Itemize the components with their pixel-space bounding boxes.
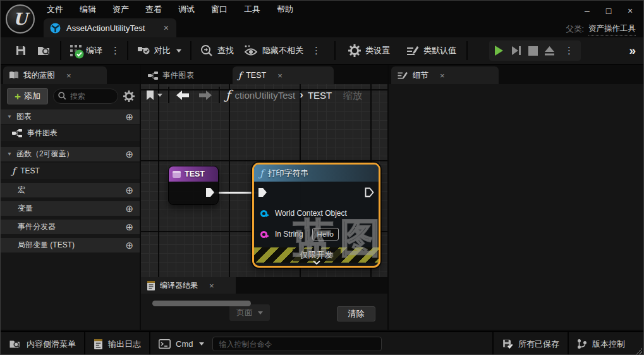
item-function-test[interactable]: ƒ TEST: [1, 163, 140, 179]
exec-out-pin[interactable]: [205, 187, 215, 197]
section-variables[interactable]: 变量 ⊕: [1, 201, 140, 216]
breadcrumb-current[interactable]: TEST: [308, 90, 332, 101]
blueprint-graph-canvas[interactable]: 缩放 ƒ ctionUtilityTest › TEST 蓝图: [141, 84, 387, 277]
menu-asset[interactable]: 资产: [104, 1, 137, 18]
function-entry-icon: [173, 171, 181, 178]
class-defaults-button[interactable]: 类默认值: [401, 40, 461, 61]
bookmark-icon[interactable]: [146, 90, 154, 101]
breadcrumb: ƒ ctionUtilityTest › TEST: [226, 87, 332, 103]
menu-help[interactable]: 帮助: [269, 1, 301, 18]
folder-search-icon: [37, 44, 51, 57]
compile-button[interactable]: 编译: [65, 40, 107, 61]
close-window-button[interactable]: ×: [619, 3, 641, 18]
exec-out-pin[interactable]: [365, 187, 374, 197]
content-drawer-icon: [9, 339, 21, 349]
tab-test-close-icon[interactable]: ×: [276, 71, 284, 80]
bookmark-caret-icon[interactable]: [157, 94, 162, 97]
node-test-title: TEST: [185, 170, 205, 178]
tab-my-blueprint[interactable]: 我的蓝图 ×: [3, 66, 107, 84]
tab-event-graph[interactable]: 事件图表: [142, 66, 200, 84]
parent-class-link[interactable]: 资产操作工具: [588, 23, 636, 35]
hide-unrelated-button[interactable]: 隐藏不相关: [239, 40, 308, 61]
page-dropdown[interactable]: 页面: [229, 304, 270, 321]
item-event-graph[interactable]: 事件图表: [1, 125, 140, 141]
graph-watermark: 蓝图: [293, 216, 387, 260]
diff-caret-icon: [176, 49, 181, 53]
section-functions[interactable]: ▼ 函数（2可覆盖） ⊕: [1, 147, 140, 161]
status-bar: 内容侧滑菜单 输出日志 Cmd 所有已保存 版本控制: [1, 331, 644, 355]
maximize-button[interactable]: □: [598, 3, 619, 18]
output-log-button[interactable]: 输出日志: [85, 332, 149, 355]
pencil-lines-icon: [406, 45, 419, 56]
panel-settings-gear-icon[interactable]: [123, 90, 135, 102]
menu-file[interactable]: 文件: [39, 1, 71, 18]
content-drawer-button[interactable]: 内容侧滑菜单: [1, 332, 84, 355]
add-variable-icon[interactable]: ⊕: [125, 204, 133, 213]
add-button[interactable]: + 添加: [7, 88, 48, 104]
asset-tab-close-icon[interactable]: ×: [162, 23, 170, 33]
collapse-arrow-icon[interactable]: ▼: [7, 114, 12, 120]
add-local-variable-icon[interactable]: ⊕: [125, 240, 133, 250]
compile-options-kebab-icon[interactable]: ⋮: [107, 45, 123, 56]
tab-details[interactable]: 细节 ×: [391, 66, 499, 84]
details-icon: [397, 71, 408, 80]
play-button[interactable]: [493, 45, 504, 56]
clear-button[interactable]: 清除: [337, 306, 375, 321]
function-icon: ƒ: [12, 166, 15, 176]
compile-status-icon: [70, 45, 82, 56]
output-log-icon: [94, 339, 103, 349]
console-command-input[interactable]: [212, 337, 382, 351]
eject-button[interactable]: [544, 46, 555, 56]
add-function-icon[interactable]: ⊕: [125, 149, 133, 159]
tab-function-test[interactable]: ƒ TEST ×: [233, 66, 334, 84]
diff-button[interactable]: 对比: [132, 40, 186, 61]
resize-grip[interactable]: [635, 348, 642, 355]
revision-control-button[interactable]: 版本控制: [569, 332, 633, 355]
my-blueprint-close-icon[interactable]: ×: [65, 71, 73, 80]
section-event-dispatchers[interactable]: 事件分发器 ⊕: [1, 220, 140, 234]
add-macro-icon[interactable]: ⊕: [125, 185, 133, 195]
add-graph-icon[interactable]: ⊕: [125, 112, 133, 121]
main-toolbar: 编译 ⋮ 对比 查找 隐藏不相关 ⋮ 类设置 类默认值: [1, 37, 644, 65]
breadcrumb-parent[interactable]: ctionUtilityTest: [234, 90, 295, 101]
section-graphs[interactable]: ▼ 图表 ⊕: [1, 109, 140, 124]
menu-view[interactable]: 查看: [137, 1, 170, 18]
compiler-close-icon[interactable]: ×: [208, 281, 216, 290]
blueprint-class-icon: [50, 23, 61, 34]
compiler-results-icon: [147, 281, 155, 290]
node-test[interactable]: TEST: [168, 166, 219, 205]
add-dispatcher-icon[interactable]: ⊕: [125, 222, 133, 232]
string-pin-icon: [260, 231, 267, 238]
hide-unrelated-kebab-icon[interactable]: ⋮: [308, 45, 324, 56]
browse-to-asset-button[interactable]: [32, 40, 56, 61]
event-graph-icon: [148, 72, 158, 80]
menu-debug[interactable]: 调试: [170, 1, 203, 18]
stop-button[interactable]: [528, 46, 538, 56]
menu-window[interactable]: 窗口: [203, 1, 236, 18]
function-icon: ƒ: [260, 168, 264, 179]
section-local-variables[interactable]: 局部变量 (TEST) ⊕: [1, 238, 140, 252]
cmd-dropdown[interactable]: Cmd: [150, 332, 212, 355]
class-settings-button[interactable]: 类设置: [343, 40, 395, 61]
asset-document-tab[interactable]: AssetActionUtilityTest ×: [44, 18, 176, 37]
frame-skip-button[interactable]: [511, 46, 522, 56]
find-button[interactable]: 查找: [195, 40, 239, 61]
details-close-icon[interactable]: ×: [439, 71, 446, 80]
play-options-kebab-icon[interactable]: ⋮: [561, 45, 577, 56]
search-icon: [58, 92, 66, 100]
nav-forward-icon[interactable]: [198, 90, 213, 101]
node-collapse-chevron-icon[interactable]: [312, 260, 320, 265]
collapse-arrow-icon[interactable]: ▼: [7, 151, 12, 157]
save-button[interactable]: [9, 40, 32, 61]
section-macros[interactable]: 宏 ⊕: [1, 183, 140, 197]
all-saved-button[interactable]: 所有已保存: [494, 332, 568, 355]
horizontal-scrollbar[interactable]: [152, 301, 251, 306]
menu-edit[interactable]: 编辑: [71, 1, 104, 18]
minimize-button[interactable]: –: [576, 3, 598, 18]
toolbar-overflow-chevron-icon[interactable]: »: [629, 44, 636, 58]
menu-tools[interactable]: 工具: [236, 1, 269, 18]
tab-compiler-results[interactable]: 编译器结果 ×: [141, 277, 236, 294]
nav-back-icon[interactable]: [175, 90, 190, 101]
branch-icon: [577, 339, 587, 349]
exec-in-pin[interactable]: [258, 187, 267, 197]
